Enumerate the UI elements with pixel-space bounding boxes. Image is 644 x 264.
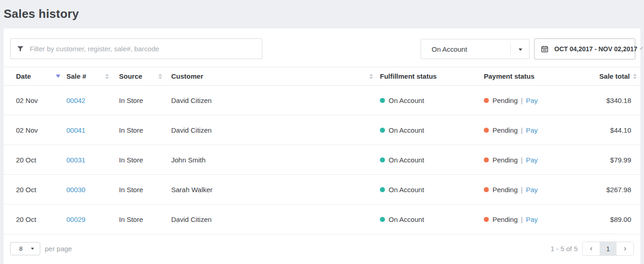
fulfillment-status-label: On Account [389, 216, 424, 223]
row-sale-total: $89.00 [594, 216, 640, 223]
row-source: In Store [119, 216, 171, 223]
table-row: 02 Nov 00042 In Store David Citizen On A… [4, 86, 640, 115]
sale-number-link[interactable]: 00031 [66, 156, 86, 164]
caret-down-icon [519, 48, 522, 51]
column-header-customer[interactable]: Customer [171, 72, 380, 80]
row-sale-total: $79.99 [594, 156, 640, 164]
table-row: 20 Oct 00029 In Store David Citizen On A… [4, 205, 640, 234]
status-filter-dropdown[interactable]: On Account [421, 39, 530, 59]
next-page-button[interactable]: › [617, 242, 633, 255]
fulfillment-status-label: On Account [389, 97, 424, 104]
results-range-label: 1 - 5 of 5 [551, 234, 578, 263]
row-customer: David Citizen [171, 216, 380, 223]
payment-separator: | [521, 97, 523, 104]
prev-page-button[interactable]: ‹ [583, 242, 600, 255]
payment-status-label: Pending [492, 97, 518, 104]
row-date: 20 Oct [16, 186, 66, 194]
pay-link[interactable]: Pay [526, 156, 538, 164]
row-source: In Store [119, 126, 171, 134]
row-fulfillment-status: On Account [380, 186, 484, 194]
per-page-label: per page [45, 234, 72, 263]
row-sale-total: $44.10 [594, 126, 640, 134]
row-customer: David Citizen [171, 126, 380, 134]
sort-icon [158, 74, 162, 79]
chevron-down-icon [640, 47, 643, 49]
row-customer: Sarah Walker [171, 186, 380, 194]
table-footer: 8 per page 1 - 5 of 5 ‹ 1 › [4, 234, 640, 264]
payment-separator: | [521, 216, 523, 223]
row-payment-status: Pending | Pay [484, 126, 594, 134]
payment-status-dot [484, 98, 489, 103]
row-payment-status: Pending | Pay [484, 97, 594, 104]
fulfillment-status-dot [380, 98, 385, 103]
row-sale-total: $340.18 [594, 97, 640, 104]
pagination: ‹ 1 › [582, 242, 634, 256]
sort-desc-icon [56, 75, 60, 78]
payment-status-dot [484, 217, 489, 222]
filter-funnel-icon [17, 45, 24, 52]
row-date: 20 Oct [16, 216, 66, 223]
payment-status-label: Pending [492, 216, 518, 223]
pay-link[interactable]: Pay [526, 97, 538, 104]
table-body: 02 Nov 00042 In Store David Citizen On A… [4, 86, 640, 234]
per-page-value: 8 [19, 245, 22, 252]
page-title: Sales history [4, 7, 644, 21]
row-sale-number: 00030 [66, 186, 119, 194]
sale-number-link[interactable]: 00042 [66, 97, 86, 104]
row-payment-status: Pending | Pay [484, 156, 594, 164]
filter-input[interactable] [30, 45, 255, 53]
pay-link[interactable]: Pay [526, 126, 538, 134]
column-header-sale-number[interactable]: Sale # [66, 72, 119, 80]
date-range-picker[interactable]: OCT 04,2017 - NOV 02,2017 [534, 38, 635, 59]
per-page-select[interactable]: 8 [10, 242, 40, 255]
row-source: In Store [119, 156, 171, 164]
status-filter-value: On Account [432, 45, 467, 53]
dropdown-divider [510, 43, 511, 55]
sale-number-link[interactable]: 00030 [66, 186, 86, 194]
fulfillment-status-dot [380, 217, 385, 222]
row-payment-status: Pending | Pay [484, 216, 594, 223]
payment-separator: | [521, 156, 523, 164]
payment-status-label: Pending [492, 156, 518, 164]
row-customer: David Citizen [171, 97, 380, 104]
page-header: Sales history [0, 0, 644, 28]
row-fulfillment-status: On Account [380, 216, 484, 223]
sale-number-link[interactable]: 00029 [66, 216, 86, 223]
page-number-button[interactable]: 1 [600, 242, 617, 255]
sale-number-link[interactable]: 00041 [66, 126, 86, 134]
sales-history-card: On Account OCT 04,2017 - NOV 02,2017 D [4, 28, 640, 264]
row-fulfillment-status: On Account [380, 97, 484, 104]
column-header-source[interactable]: Source [119, 72, 171, 80]
date-range-value: OCT 04,2017 - NOV 02,2017 [554, 45, 637, 53]
row-sale-number: 00042 [66, 97, 119, 104]
fulfillment-status-label: On Account [389, 126, 424, 134]
payment-separator: | [521, 126, 523, 134]
pay-link[interactable]: Pay [526, 216, 538, 223]
sort-icon [633, 74, 637, 79]
fulfillment-status-dot [380, 187, 385, 192]
table-row: 20 Oct 00031 In Store John Smith On Acco… [4, 145, 640, 175]
column-header-date[interactable]: Date [16, 72, 66, 80]
table-row: 20 Oct 00030 In Store Sarah Walker On Ac… [4, 175, 640, 205]
table-header: Date Sale # Source Customer Fulfillment … [4, 67, 640, 86]
row-date: 02 Nov [16, 126, 66, 134]
row-payment-status: Pending | Pay [484, 186, 594, 194]
row-sale-number: 00031 [66, 156, 119, 164]
caret-down-icon [31, 248, 34, 249]
payment-status-dot [484, 128, 489, 133]
column-header-sale-total[interactable]: Sale total [594, 72, 640, 80]
filter-search-box[interactable] [10, 38, 262, 59]
row-sale-number: 00041 [66, 126, 119, 134]
payment-separator: | [521, 186, 523, 194]
row-source: In Store [119, 186, 171, 194]
row-sale-total: $267.98 [594, 186, 640, 194]
row-date: 02 Nov [16, 97, 66, 104]
payment-status-label: Pending [492, 126, 518, 134]
row-sale-number: 00029 [66, 216, 119, 223]
fulfillment-status-dot [380, 128, 385, 133]
row-source: In Store [119, 97, 171, 104]
payment-status-dot [484, 157, 489, 162]
row-customer: John Smith [171, 156, 380, 164]
pay-link[interactable]: Pay [526, 186, 538, 194]
sort-icon [105, 74, 109, 79]
